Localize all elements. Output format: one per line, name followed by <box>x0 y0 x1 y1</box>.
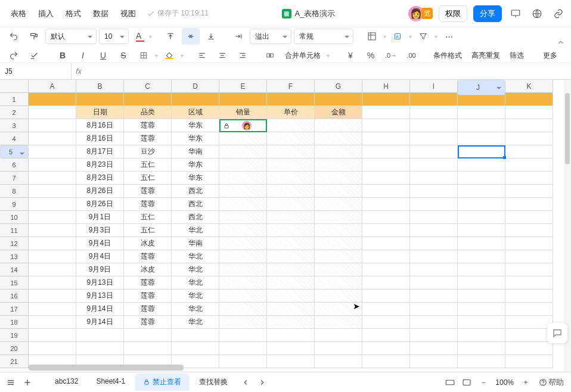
cell-K10[interactable] <box>505 211 553 224</box>
cell-J8[interactable] <box>458 185 505 198</box>
cell-I3[interactable] <box>410 119 458 132</box>
cell-G2[interactable]: 金额 <box>315 106 362 119</box>
row-header-21[interactable]: 21 <box>0 355 29 368</box>
keyboard-icon[interactable] <box>443 375 457 390</box>
clear-format-button[interactable] <box>25 47 43 64</box>
percent-button[interactable]: % <box>362 47 380 64</box>
chat-button[interactable] <box>547 323 567 343</box>
cell-E17[interactable] <box>219 303 267 316</box>
cell-C5[interactable]: 豆沙 <box>124 145 172 158</box>
row-header-3[interactable]: 3 <box>0 119 29 132</box>
cell-F3[interactable] <box>267 119 315 132</box>
cell-F19[interactable] <box>267 329 315 342</box>
cell-J10[interactable] <box>458 211 505 224</box>
cell-B1[interactable] <box>76 93 124 106</box>
cell-F6[interactable] <box>267 158 315 172</box>
cell-C1[interactable] <box>124 93 172 106</box>
cell-H5[interactable] <box>362 145 410 158</box>
row-header-12[interactable]: 12 <box>0 237 29 250</box>
col-header-D[interactable]: D <box>172 80 219 93</box>
select-all-corner[interactable] <box>0 80 29 93</box>
cell-K20[interactable] <box>505 342 553 355</box>
cell-J19[interactable] <box>458 329 505 342</box>
row-header-11[interactable]: 11 <box>0 224 29 237</box>
cell-J11[interactable] <box>458 224 505 237</box>
cell-H11[interactable] <box>362 224 410 237</box>
cell-G19[interactable] <box>315 329 362 342</box>
align-left-button[interactable] <box>193 47 211 64</box>
cell-J5[interactable] <box>458 145 505 158</box>
highlight-duplicates-button[interactable]: 高亮重复 <box>468 51 504 61</box>
cell-K1[interactable] <box>505 93 553 106</box>
cell-G8[interactable] <box>315 185 362 198</box>
font-size-select[interactable]: 10 <box>99 29 129 44</box>
sheet-tab-1[interactable]: Sheet4-1 <box>88 374 134 391</box>
cell-H15[interactable] <box>362 276 410 290</box>
cell-C10[interactable]: 五仁 <box>124 211 172 224</box>
cell-E21[interactable] <box>219 355 267 368</box>
filter-label-button[interactable]: 筛选 <box>506 51 527 61</box>
cell-J18[interactable] <box>458 316 505 329</box>
cell-K9[interactable] <box>505 198 553 211</box>
cell-C17[interactable]: 莲蓉 <box>124 303 172 316</box>
permissions-button[interactable]: 权限 <box>439 5 467 22</box>
cell-B4[interactable]: 8月16日 <box>76 132 124 145</box>
cells-area[interactable]: 日期品类区域销量单价金额8月16日莲蓉华东8月16日莲蓉华东8月17日豆沙华南8… <box>29 93 564 372</box>
cell-I2[interactable] <box>410 106 458 119</box>
cell-C16[interactable]: 莲蓉 <box>124 290 172 303</box>
cell-K7[interactable] <box>505 172 553 185</box>
cell-A14[interactable] <box>29 263 76 276</box>
cell-H9[interactable] <box>362 198 410 211</box>
cell-E1[interactable] <box>219 93 267 106</box>
cell-E4[interactable] <box>219 132 267 145</box>
cell-D7[interactable]: 华东 <box>172 172 219 185</box>
cell-G6[interactable] <box>315 158 362 172</box>
cell-H1[interactable] <box>362 93 410 106</box>
cell-C4[interactable]: 莲蓉 <box>124 132 172 145</box>
cell-J13[interactable] <box>458 250 505 263</box>
cell-D16[interactable]: 华北 <box>172 290 219 303</box>
cell-A13[interactable] <box>29 250 76 263</box>
horizontal-scroll-thumb[interactable] <box>29 365 184 371</box>
cell-F10[interactable] <box>267 211 315 224</box>
row-header-1[interactable]: 1 <box>0 93 29 106</box>
row-header-14[interactable]: 14 <box>0 263 29 276</box>
cell-H14[interactable] <box>362 263 410 276</box>
cell-H10[interactable] <box>362 211 410 224</box>
cell-J2[interactable] <box>458 106 505 119</box>
cell-C2[interactable]: 品类 <box>124 106 172 119</box>
cell-H21[interactable] <box>362 355 410 368</box>
more-button[interactable]: ⋯ <box>440 28 458 45</box>
cell-F20[interactable] <box>267 342 315 355</box>
share-button[interactable]: 分享 <box>473 5 502 22</box>
cell-I4[interactable] <box>410 132 458 145</box>
cell-I8[interactable] <box>410 185 458 198</box>
cell-B6[interactable]: 8月23日 <box>76 158 124 172</box>
cell-E15[interactable] <box>219 276 267 290</box>
underline-button[interactable]: U <box>94 47 112 64</box>
cell-K13[interactable] <box>505 250 553 263</box>
cell-B2[interactable]: 日期 <box>76 106 124 119</box>
cell-G14[interactable] <box>315 263 362 276</box>
cell-J12[interactable] <box>458 237 505 250</box>
cell-A2[interactable] <box>29 106 76 119</box>
cell-D4[interactable]: 华东 <box>172 132 219 145</box>
cell-E20[interactable] <box>219 342 267 355</box>
cell-I15[interactable] <box>410 276 458 290</box>
cell-D3[interactable]: 华东 <box>172 119 219 132</box>
cell-C18[interactable]: 莲蓉 <box>124 316 172 329</box>
cell-H17[interactable] <box>362 303 410 316</box>
cell-E5[interactable] <box>219 145 267 158</box>
row-header-15[interactable]: 15 <box>0 276 29 290</box>
cell-C3[interactable]: 莲蓉 <box>124 119 172 132</box>
cell-B13[interactable]: 9月4日 <box>76 250 124 263</box>
col-header-E[interactable]: E <box>219 80 267 93</box>
cell-I14[interactable] <box>410 263 458 276</box>
cell-D9[interactable]: 西北 <box>172 198 219 211</box>
cell-F8[interactable] <box>267 185 315 198</box>
cell-K2[interactable] <box>505 106 553 119</box>
cell-J14[interactable] <box>458 263 505 276</box>
cell-E16[interactable] <box>219 290 267 303</box>
undo-button[interactable] <box>5 28 23 45</box>
cell-C12[interactable]: 冰皮 <box>124 237 172 250</box>
